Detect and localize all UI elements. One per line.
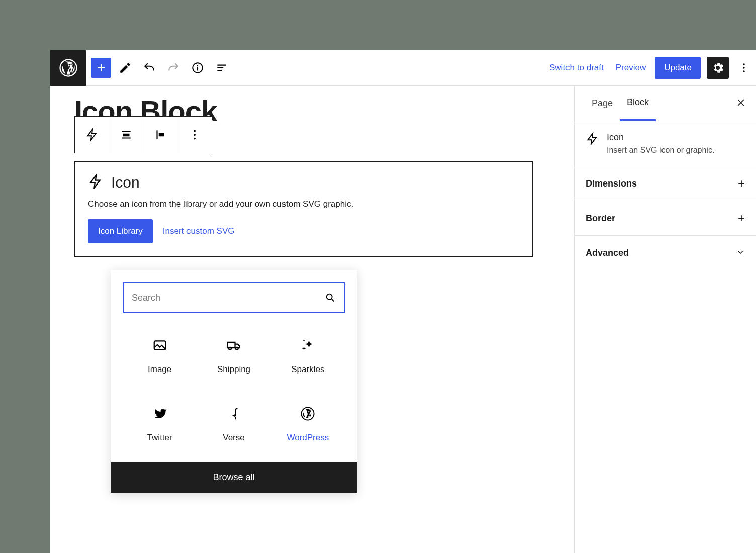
switch-to-draft-button[interactable]: Switch to draft <box>546 59 607 77</box>
list-view-button[interactable] <box>212 58 232 78</box>
icon-option-wordpress[interactable]: WordPress <box>271 392 345 457</box>
close-sidebar-button[interactable] <box>736 97 746 111</box>
icon-option-image[interactable]: Image <box>123 323 197 389</box>
align-button[interactable] <box>109 117 143 153</box>
icon-option-sparkles[interactable]: Sparkles <box>271 323 345 389</box>
undo-button[interactable] <box>139 58 159 78</box>
insert-custom-svg-button[interactable]: Insert custom SVG <box>163 226 235 236</box>
browse-all-button[interactable]: Browse all <box>111 462 357 493</box>
justify-button[interactable] <box>143 117 177 153</box>
icon-option-shipping[interactable]: Shipping <box>197 323 270 389</box>
icon-label: Sparkles <box>291 364 324 375</box>
image-icon <box>152 338 167 364</box>
icon-option-verse[interactable]: Verse <box>197 392 270 457</box>
icon-label: Shipping <box>217 364 250 375</box>
icon-library-button[interactable]: Icon Library <box>88 219 153 243</box>
shipping-icon <box>226 338 241 364</box>
block-toolbar <box>74 116 212 153</box>
panel-label: Border <box>586 213 615 224</box>
panel-label: Dimensions <box>586 178 637 189</box>
block-type-button[interactable] <box>75 117 109 153</box>
icon-search-input[interactable] <box>123 282 345 313</box>
redo-button[interactable] <box>163 58 183 78</box>
block-name: Icon <box>111 174 140 191</box>
svg-point-8 <box>327 294 332 300</box>
icon-option-twitter[interactable]: Twitter <box>123 392 197 457</box>
plus-icon: + <box>738 211 745 225</box>
block-description: Choose an icon from the library or add y… <box>88 199 519 209</box>
tab-page[interactable]: Page <box>585 86 620 121</box>
icon-label: Verse <box>223 433 244 443</box>
icon-label: Twitter <box>147 433 172 443</box>
tab-block[interactable]: Block <box>620 86 656 121</box>
panel-advanced[interactable]: Advanced <box>575 236 756 270</box>
panel-border[interactable]: Border + <box>575 201 756 236</box>
svg-point-7 <box>194 138 196 140</box>
sidebar-block-desc: Insert an SVG icon or graphic. <box>607 146 714 155</box>
options-button[interactable] <box>735 57 753 79</box>
chevron-down-icon <box>736 246 745 260</box>
svg-point-5 <box>194 130 196 132</box>
svg-rect-9 <box>154 341 165 350</box>
panel-dimensions[interactable]: Dimensions + <box>575 166 756 201</box>
icon-block-placeholder: Icon Choose an icon from the library or … <box>74 161 533 257</box>
svg-point-2 <box>743 63 745 65</box>
sparkles-icon <box>300 338 315 364</box>
info-button[interactable] <box>187 58 208 78</box>
add-block-button[interactable] <box>91 58 111 78</box>
settings-button[interactable] <box>707 57 729 79</box>
svg-point-6 <box>194 134 196 136</box>
twitter-icon <box>152 406 167 433</box>
plus-icon: + <box>738 176 745 191</box>
verse-icon <box>226 406 241 433</box>
panel-label: Advanced <box>586 248 629 258</box>
svg-point-3 <box>743 67 745 69</box>
update-button[interactable]: Update <box>655 57 701 79</box>
sidebar-block-title: Icon <box>607 132 714 143</box>
icon-label: WordPress <box>287 433 329 443</box>
bolt-icon <box>88 174 103 191</box>
wordpress-logo[interactable] <box>50 50 86 86</box>
edit-tool-button[interactable] <box>115 58 135 78</box>
icon-library-popover: Image Shipping Sparkles Twitter <box>111 270 357 493</box>
svg-point-4 <box>743 70 745 72</box>
search-icon <box>325 292 336 305</box>
preview-button[interactable]: Preview <box>613 59 649 77</box>
block-options-button[interactable] <box>177 117 212 153</box>
bolt-icon <box>586 132 599 155</box>
wordpress-icon <box>300 406 315 433</box>
icon-label: Image <box>148 364 171 375</box>
